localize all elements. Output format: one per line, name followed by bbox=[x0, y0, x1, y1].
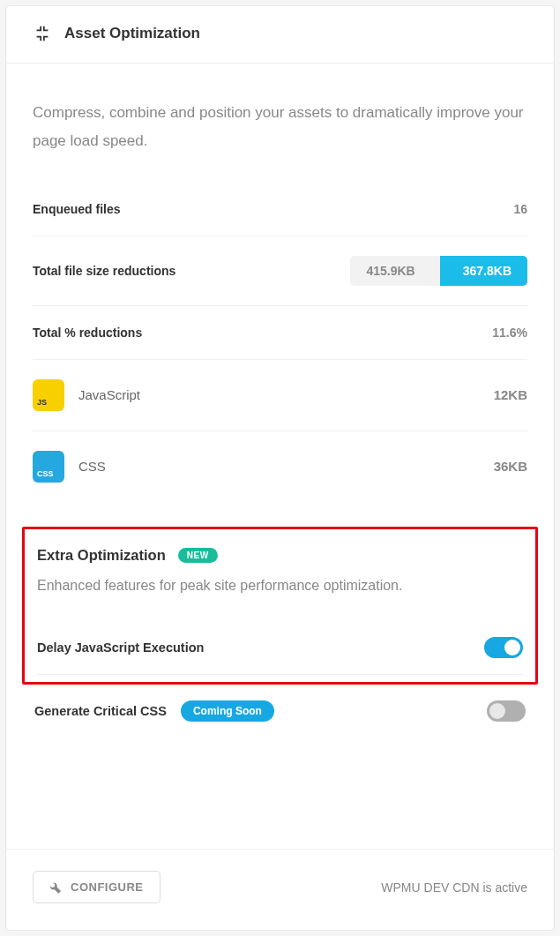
css-tag-icon: CSS bbox=[33, 451, 64, 483]
asset-name: JavaScript bbox=[78, 387, 140, 402]
new-badge: NEW bbox=[178, 548, 218, 563]
stat-percent-reductions: Total % reductions 11.6% bbox=[33, 306, 527, 360]
stat-filesize-reductions: Total file size reductions 415.9KB 367.8… bbox=[33, 236, 527, 306]
critical-css-label: Generate Critical CSS bbox=[34, 704, 167, 718]
stat-label: Enqueued files bbox=[33, 202, 121, 216]
size-after: 367.8KB bbox=[440, 256, 527, 286]
size-before: 415.9KB bbox=[350, 256, 439, 286]
card-description: Compress, combine and position your asse… bbox=[6, 64, 554, 183]
stat-enqueued-files: Enqueued files 16 bbox=[33, 183, 527, 236]
cdn-status: WPMU DEV CDN is active bbox=[381, 880, 527, 895]
asset-row-javascript: JS JavaScript 12KB bbox=[33, 360, 527, 431]
compress-icon bbox=[33, 24, 52, 43]
extra-optimization-section: Extra Optimization NEW Enhanced features… bbox=[22, 527, 538, 685]
wrench-icon bbox=[49, 881, 62, 894]
critical-css-row: Generate Critical CSS Coming Soon bbox=[34, 685, 526, 738]
stat-value: 16 bbox=[513, 202, 527, 216]
stat-value: 11.6% bbox=[492, 326, 527, 340]
card-title: Asset Optimization bbox=[64, 25, 200, 42]
delay-js-toggle[interactable] bbox=[484, 637, 523, 658]
asset-name: CSS bbox=[78, 459, 106, 474]
below-extra-section: Generate Critical CSS Coming Soon bbox=[22, 685, 538, 738]
delay-js-label: Delay JavaScript Execution bbox=[37, 640, 204, 655]
extra-description: Enhanced features for peak site performa… bbox=[37, 564, 523, 622]
configure-button[interactable]: CONFIGURE bbox=[33, 871, 161, 903]
size-reduction-bar: 415.9KB 367.8KB bbox=[350, 256, 527, 286]
asset-size: 36KB bbox=[494, 459, 527, 474]
extra-header: Extra Optimization NEW bbox=[37, 547, 523, 564]
critical-css-toggle[interactable] bbox=[487, 700, 526, 722]
asset-optimization-card: Asset Optimization Compress, combine and… bbox=[5, 5, 555, 931]
delay-js-row: Delay JavaScript Execution bbox=[37, 621, 523, 675]
card-header: Asset Optimization bbox=[6, 6, 554, 63]
card-footer: CONFIGURE WPMU DEV CDN is active bbox=[6, 849, 554, 930]
stat-label: Total % reductions bbox=[33, 326, 142, 340]
js-tag-icon: JS bbox=[33, 379, 64, 411]
asset-row-css: CSS CSS 36KB bbox=[33, 431, 527, 502]
extra-title: Extra Optimization bbox=[37, 547, 166, 564]
stats-section: Enqueued files 16 Total file size reduct… bbox=[6, 183, 554, 502]
asset-size: 12KB bbox=[494, 387, 527, 402]
configure-label: CONFIGURE bbox=[71, 880, 144, 894]
coming-soon-badge: Coming Soon bbox=[181, 700, 274, 722]
stat-label: Total file size reductions bbox=[33, 264, 175, 278]
